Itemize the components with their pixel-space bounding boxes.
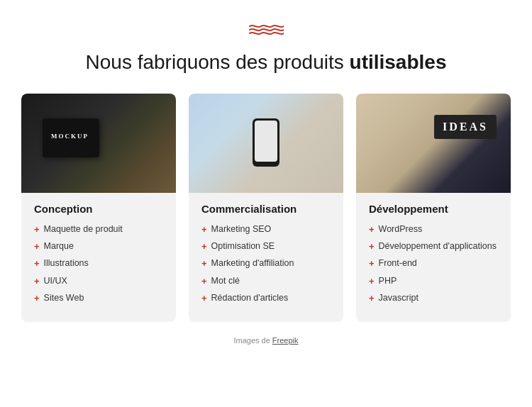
list-item: +Marque [34, 240, 163, 253]
card-image-conception [21, 94, 176, 193]
card-list-conception: +Maquette de produit+Marque+Illustration… [34, 223, 163, 305]
list-item: +PHP [369, 275, 498, 288]
card-image-commercialisation [189, 94, 343, 193]
list-item-text: Rédaction d'articles [211, 292, 289, 305]
card-body-commercialisation: Commercialisation+Marketing SEO+Optimisa… [189, 203, 343, 309]
plus-icon: + [201, 292, 207, 305]
cards-container: Conception+Maquette de produit+Marque+Il… [21, 94, 511, 322]
card-title-commercialisation: Commercialisation [201, 203, 331, 215]
list-item: +WordPress [369, 223, 498, 236]
freepik-link[interactable]: Freepik [272, 336, 299, 345]
list-item: +UI/UX [34, 275, 163, 288]
plus-icon: + [369, 257, 375, 270]
list-item-text: Développement d'applications [379, 240, 497, 253]
list-item-text: Sites Web [44, 292, 84, 305]
list-item: +Marketing SEO [201, 223, 331, 236]
plus-icon: + [369, 275, 375, 288]
list-item-text: Javascript [379, 292, 419, 305]
plus-icon: + [34, 292, 40, 305]
list-item-text: PHP [379, 275, 397, 288]
plus-icon: + [201, 257, 207, 270]
list-item-text: Optimisation SE [211, 240, 275, 253]
list-item-text: WordPress [379, 223, 423, 236]
list-item: +Sites Web [34, 292, 163, 305]
plus-icon: + [34, 257, 40, 270]
footer-note: Images de Freepik [233, 336, 298, 345]
list-item-text: Mot clé [211, 275, 240, 288]
list-item-text: Front-end [379, 257, 417, 270]
list-item: +Front-end [369, 257, 498, 270]
plus-icon: + [201, 275, 207, 288]
card-body-conception: Conception+Maquette de produit+Marque+Il… [21, 203, 176, 309]
card-developpement: Développement+WordPress+Développement d'… [356, 94, 511, 322]
card-title-conception: Conception [34, 203, 163, 215]
plus-icon: + [369, 292, 375, 305]
list-item-text: Illustrations [44, 257, 89, 270]
list-item: +Javascript [369, 292, 498, 305]
plus-icon: + [369, 223, 375, 236]
list-item-text: Marketing d'affiliation [211, 257, 294, 270]
plus-icon: + [34, 275, 40, 288]
plus-icon: + [34, 223, 40, 236]
card-commercialisation: Commercialisation+Marketing SEO+Optimisa… [189, 94, 343, 322]
list-item: +Développement d'applications [369, 240, 498, 253]
page-title: Nous fabriquons des produits utilisables [86, 51, 447, 74]
card-conception: Conception+Maquette de produit+Marque+Il… [21, 94, 176, 322]
plus-icon: + [34, 240, 40, 253]
list-item: +Illustrations [34, 257, 163, 270]
list-item: +Rédaction d'articles [201, 292, 331, 305]
plus-icon: + [369, 240, 375, 253]
card-list-developpement: +WordPress+Développement d'applications+… [369, 223, 498, 305]
list-item-text: UI/UX [44, 275, 67, 288]
card-list-commercialisation: +Marketing SEO+Optimisation SE+Marketing… [201, 223, 331, 305]
list-item: +Maquette de produit [34, 223, 163, 236]
list-item-text: Maquette de produit [44, 223, 123, 236]
card-body-developpement: Développement+WordPress+Développement d'… [356, 203, 511, 309]
wave-icon [248, 21, 284, 41]
list-item: +Mot clé [201, 275, 331, 288]
card-title-developpement: Développement [369, 203, 498, 215]
list-item: +Optimisation SE [201, 240, 331, 253]
plus-icon: + [201, 240, 207, 253]
list-item: +Marketing d'affiliation [201, 257, 331, 270]
plus-icon: + [201, 223, 207, 236]
list-item-text: Marketing SEO [211, 223, 272, 236]
card-image-developpement [356, 94, 511, 193]
list-item-text: Marque [44, 240, 74, 253]
